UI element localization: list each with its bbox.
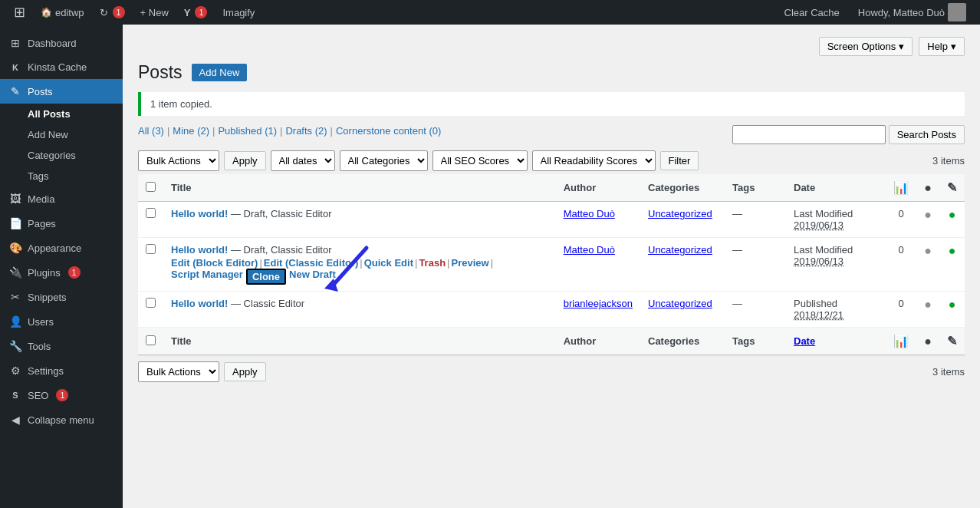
add-new-button[interactable]: Add New <box>192 64 248 81</box>
howdy-label: Howdy, Matteo Duò <box>858 7 945 18</box>
sidebar-item-pages[interactable]: 📄 Pages <box>0 211 123 236</box>
sidebar-item-plugins[interactable]: 🔌 Plugins 1 <box>0 260 123 285</box>
screen-options-label: Screen Options <box>827 41 896 52</box>
bulk-actions-select-top[interactable]: Bulk Actions <box>138 150 219 171</box>
table-header-row: Title Author Categories Tags Date <box>138 174 965 202</box>
row2-read-dot: ● <box>949 244 956 257</box>
dates-filter-select[interactable]: All dates <box>271 150 335 171</box>
row3-title-link[interactable]: Hello world! — Classic Editor <box>171 298 304 309</box>
th-footer-categories: Categories <box>640 328 725 355</box>
adminbar-wp-logo[interactable]: ⊞ <box>6 0 33 25</box>
filter-mine[interactable]: Mine (2) <box>173 125 209 137</box>
apply-button-top[interactable]: Apply <box>224 151 266 170</box>
th-author: Author <box>556 174 640 202</box>
row2-clone-link[interactable]: Clone <box>246 269 286 285</box>
top-toolbar: Bulk Actions Apply All dates All Categor… <box>138 150 965 171</box>
row3-checkbox[interactable] <box>146 298 156 308</box>
adminbar-new[interactable]: + New <box>133 0 176 25</box>
row2-preview-link[interactable]: Preview <box>451 257 488 269</box>
posts-table: Title Author Categories Tags Date <box>138 174 965 355</box>
row1-author-link[interactable]: Matteo Duò <box>564 208 615 219</box>
row1-title-cell: Hello world! — Draft, Classic Editor <box>163 202 556 238</box>
sidebar-subitem-categories[interactable]: Categories <box>0 145 123 166</box>
row2-quick-edit-link[interactable]: Quick Edit <box>364 257 413 269</box>
sidebar-subitem-add-new[interactable]: Add New <box>0 124 123 145</box>
yoast-icon: Y <box>184 7 191 18</box>
sidebar-subitem-all-posts[interactable]: All Posts <box>0 104 123 124</box>
seo-scores-filter-select[interactable]: All SEO Scores <box>432 150 528 171</box>
sidebar-item-label: Media <box>28 193 54 205</box>
select-all-checkbox[interactable] <box>146 182 156 192</box>
sidebar-item-label: Dashboard <box>28 38 77 49</box>
sidebar-item-posts[interactable]: ✎ Posts <box>0 79 123 104</box>
sidebar-item-users[interactable]: 👤 Users <box>0 309 123 334</box>
row1-title-link[interactable]: Hello world! — Draft, Classic Editor <box>171 208 331 219</box>
row2-new-draft-link[interactable]: New Draft <box>289 269 336 285</box>
plugins-icon: 🔌 <box>9 266 21 279</box>
th-footer-date-link[interactable]: Date <box>794 335 815 347</box>
sidebar-item-seo[interactable]: S SEO 1 <box>0 383 123 407</box>
th-footer-checkbox <box>138 328 163 355</box>
media-icon: 🖼 <box>9 193 21 205</box>
row2-category-link[interactable]: Uncategorized <box>648 244 712 256</box>
row1-read-dot: ● <box>949 208 956 221</box>
row3-tags-cell: — <box>725 292 786 328</box>
filter-drafts[interactable]: Drafts (2) <box>285 125 327 137</box>
sidebar-item-dashboard[interactable]: ⊞ Dashboard <box>0 31 123 55</box>
adminbar-howdy[interactable]: Howdy, Matteo Duò <box>850 0 974 25</box>
row3-category-link[interactable]: Uncategorized <box>648 298 712 309</box>
row1-status: — Draft, Classic Editor <box>231 208 331 219</box>
sidebar-item-appearance[interactable]: 🎨 Appearance <box>0 236 123 260</box>
row2-edit-block-link[interactable]: Edit (Block Editor) <box>171 257 258 269</box>
adminbar-imagify[interactable]: Imagify <box>215 0 262 25</box>
sidebar-item-snippets[interactable]: ✂ Snippets <box>0 285 123 309</box>
settings-icon: ⚙ <box>9 365 21 377</box>
categories-filter-select[interactable]: All Categories <box>340 150 428 171</box>
filter-button[interactable]: Filter <box>660 151 699 170</box>
sidebar-item-tools[interactable]: 🔧 Tools <box>0 334 123 358</box>
th-categories: Categories <box>640 174 725 202</box>
readability-filter-select[interactable]: All Readability Scores <box>532 150 656 171</box>
adminbar-clear-cache[interactable]: Clear Cache <box>777 0 847 25</box>
sidebar-item-collapse[interactable]: ◀ Collapse menu <box>0 407 123 432</box>
row3-read-dot: ● <box>949 298 956 311</box>
filter-cornerstone[interactable]: Cornerstone content (0) <box>336 125 441 137</box>
row2-edit-classic-link[interactable]: Edit (Classic Editor) <box>264 257 359 269</box>
row3-author-link[interactable]: brianleejackson <box>564 298 633 309</box>
th-footer-seo: ● <box>916 328 939 355</box>
row2-trash-link[interactable]: Trash <box>419 257 446 269</box>
apply-button-bottom[interactable]: Apply <box>224 362 266 381</box>
row2-title-link[interactable]: Hello world! — Draft, Classic Editor <box>171 244 331 256</box>
layout: ⊞ Dashboard K Kinsta Cache ✎ Posts All P… <box>0 25 980 508</box>
row2-author-link[interactable]: Matteo Duò <box>564 244 615 256</box>
bulk-actions-select-bottom[interactable]: Bulk Actions <box>138 361 219 382</box>
search-posts-button[interactable]: Search Posts <box>889 125 965 144</box>
notice-bar: 1 item copied. <box>138 92 965 116</box>
row2-checkbox[interactable] <box>146 244 156 254</box>
filter-all[interactable]: All (3) <box>138 125 164 137</box>
adminbar-updates[interactable]: ↻ 1 <box>92 0 133 25</box>
row2-categories-cell: Uncategorized <box>640 238 725 292</box>
sidebar-item-kinsta-cache[interactable]: K Kinsta Cache <box>0 55 123 79</box>
help-button[interactable]: Help ▾ <box>919 37 965 56</box>
site-name-label: editwp <box>55 7 84 18</box>
th-footer-seo-num: 📊 <box>886 328 916 355</box>
select-all-bottom-checkbox[interactable] <box>146 335 156 345</box>
sidebar-item-media[interactable]: 🖼 Media <box>0 186 123 211</box>
filter-published[interactable]: Published (1) <box>218 125 277 137</box>
screen-options-button[interactable]: Screen Options ▾ <box>819 37 913 56</box>
row1-categories-cell: Uncategorized <box>640 202 725 238</box>
site-icon: 🏠 <box>41 7 52 18</box>
row3-read-dot-cell: ● <box>939 292 965 328</box>
sidebar-item-settings[interactable]: ⚙ Settings <box>0 358 123 383</box>
row2-script-manager-link[interactable]: Script Manager <box>171 269 243 285</box>
search-input[interactable] <box>732 125 886 144</box>
row1-checkbox[interactable] <box>146 208 156 218</box>
posts-submenu: All Posts Add New Categories Tags <box>0 104 123 186</box>
adminbar-site-name[interactable]: 🏠 editwp <box>33 0 92 25</box>
adminbar-yoast[interactable]: Y 1 <box>176 0 215 25</box>
imagify-label: Imagify <box>222 7 255 18</box>
row1-category-link[interactable]: Uncategorized <box>648 208 712 219</box>
sidebar-subitem-tags[interactable]: Tags <box>0 166 123 186</box>
row3-seo-dot: ● <box>924 298 932 311</box>
